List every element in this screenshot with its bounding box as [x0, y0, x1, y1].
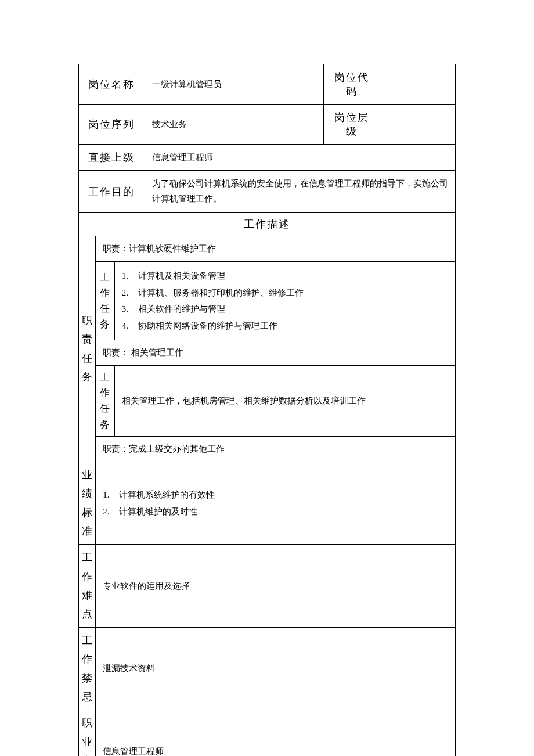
position-level-label: 岗位层级 [323, 105, 380, 145]
duty-1-title: 职责：计算机软硬件维护工作 [96, 236, 456, 262]
side-label-career: 职业发展 [79, 710, 96, 756]
position-code-value [380, 64, 456, 105]
side-label-taboos: 工作禁忌 [79, 627, 96, 710]
section-title: 工作描述 [79, 213, 456, 236]
side-label-difficulties: 工作难点 [79, 545, 96, 628]
tasks-label-1: 工作任务 [96, 262, 114, 340]
position-series-label: 岗位序列 [79, 105, 145, 145]
position-series-value: 技术业务 [145, 105, 323, 145]
difficulties-content: 专业软件的运用及选择 [96, 545, 456, 628]
work-purpose-label: 工作目的 [79, 171, 145, 213]
duty-2-tasks: 相关管理工作，包括机房管理、相关维护数据分析以及培训工作 [114, 366, 455, 437]
duty-2-title: 职责： 相关管理工作 [96, 340, 456, 366]
performance-content: 1. 计算机系统维护的有效性2. 计算机维护的及时性 [96, 462, 456, 545]
duty-3-title: 职责：完成上级交办的其他工作 [96, 436, 456, 462]
duty-1-tasks: 1. 计算机及相关设备管理2. 计算机、服务器和打印机的维护、维修工作3. 相关… [114, 262, 455, 340]
direct-supervisor-label: 直接上级 [79, 145, 145, 171]
direct-supervisor-value: 信息管理工程师 [145, 145, 455, 171]
career-content: 信息管理工程师 [96, 710, 456, 756]
position-level-value [380, 105, 456, 145]
position-code-label: 岗位代码 [323, 64, 380, 105]
work-purpose-value: 为了确保公司计算机系统的安全使用，在信息管理工程师的指导下，实施公司计算机管理工… [145, 171, 455, 213]
side-label-performance: 业绩标准 [79, 462, 96, 545]
job-description-table: 岗位名称 一级计算机管理员 岗位代码 岗位序列 技术业务 岗位层级 直接上级 信… [78, 64, 456, 756]
tasks-label-2: 工作任务 [96, 366, 114, 437]
side-label-duties: 职责任务 [79, 236, 96, 462]
position-name-value: 一级计算机管理员 [145, 64, 323, 105]
position-name-label: 岗位名称 [79, 64, 145, 105]
taboos-content: 泄漏技术资料 [96, 627, 456, 710]
